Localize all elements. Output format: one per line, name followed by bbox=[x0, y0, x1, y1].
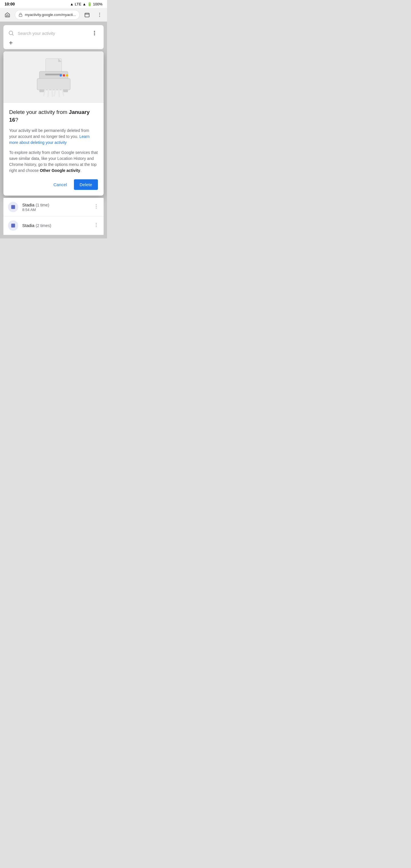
svg-point-16 bbox=[60, 74, 62, 76]
svg-point-31 bbox=[96, 208, 97, 209]
status-bar: 10:00 ▲ LTE ▲ 🔋 100% bbox=[0, 0, 107, 8]
svg-point-4 bbox=[99, 16, 100, 17]
more-options-button[interactable] bbox=[94, 10, 105, 20]
svg-rect-15 bbox=[45, 74, 62, 75]
url-bar[interactable]: myactivity.google.com/myacti... bbox=[15, 10, 80, 20]
activity-info-0: Stadia (1 time) 8:54 AM bbox=[22, 203, 89, 212]
search-input[interactable]: Search your activity bbox=[18, 31, 87, 36]
svg-rect-20 bbox=[39, 89, 44, 92]
modal-body2-text: To explore activity from other Google se… bbox=[9, 150, 98, 174]
more-icon bbox=[97, 12, 102, 18]
wifi-icon: ▲ bbox=[70, 2, 74, 6]
delete-modal: Delete your activity from January 16? Yo… bbox=[3, 52, 104, 195]
activity-item-0: Stadia (1 time) 8:54 AM bbox=[3, 198, 104, 216]
page-background: Search your activity bbox=[0, 22, 107, 239]
activity-icon-0 bbox=[8, 202, 18, 212]
delete-button[interactable]: Delete bbox=[74, 179, 98, 190]
modal-title: Delete your activity from January 16? bbox=[9, 108, 98, 124]
svg-point-3 bbox=[99, 14, 100, 15]
filter-button[interactable] bbox=[90, 29, 99, 38]
activity-info-1: Stadia (2 times) bbox=[22, 223, 89, 228]
search-section: Search your activity bbox=[3, 25, 104, 49]
modal-content: Delete your activity from January 16? Yo… bbox=[3, 103, 104, 195]
modal-title-prefix: Delete your activity from bbox=[9, 109, 69, 115]
activity-item-1: Stadia (2 times) bbox=[3, 216, 104, 235]
modal-actions: Cancel Delete bbox=[9, 179, 98, 191]
svg-point-29 bbox=[96, 205, 97, 205]
svg-rect-1 bbox=[85, 13, 89, 17]
status-time: 10:00 bbox=[5, 2, 15, 6]
url-text: myactivity.google.com/myacti... bbox=[25, 12, 76, 17]
svg-point-33 bbox=[96, 223, 97, 224]
more-vert-icon-1 bbox=[93, 222, 99, 228]
modal-title-suffix: ? bbox=[15, 117, 18, 123]
browser-bar: myactivity.google.com/myacti... bbox=[0, 8, 107, 22]
cancel-button[interactable]: Cancel bbox=[49, 179, 72, 190]
search-row: Search your activity bbox=[8, 29, 99, 38]
signal-icon: ▲ bbox=[83, 2, 86, 6]
shredder-svg bbox=[31, 57, 76, 97]
svg-point-17 bbox=[63, 74, 65, 76]
svg-rect-32 bbox=[11, 224, 15, 227]
svg-line-6 bbox=[12, 34, 13, 35]
lte-label: LTE bbox=[75, 2, 81, 6]
svg-point-9 bbox=[94, 35, 95, 35]
svg-point-18 bbox=[66, 74, 68, 76]
svg-line-23 bbox=[48, 90, 49, 96]
activity-more-button-1[interactable] bbox=[93, 222, 99, 229]
modal-illustration bbox=[3, 52, 104, 103]
svg-point-7 bbox=[94, 31, 95, 32]
more-vert-icon bbox=[92, 30, 97, 36]
stadia-icon-1 bbox=[10, 223, 16, 228]
lock-icon bbox=[19, 13, 23, 17]
activity-more-button-0[interactable] bbox=[93, 204, 99, 211]
svg-rect-0 bbox=[19, 14, 22, 16]
battery-icon: 🔋 bbox=[87, 2, 92, 6]
more-vert-icon-0 bbox=[93, 204, 99, 209]
svg-line-26 bbox=[59, 90, 59, 96]
add-filter-row[interactable] bbox=[8, 40, 99, 46]
svg-line-25 bbox=[54, 90, 55, 96]
search-icon bbox=[8, 30, 14, 36]
tabs-icon bbox=[84, 12, 90, 18]
modal-body2-bold: Other Google activity bbox=[40, 168, 80, 173]
svg-line-24 bbox=[52, 90, 53, 96]
modal-body-prefix: Your activity will be permanently delete… bbox=[9, 128, 89, 139]
svg-rect-28 bbox=[11, 205, 15, 209]
svg-point-2 bbox=[99, 12, 100, 13]
modal-body2-suffix: . bbox=[80, 168, 81, 173]
svg-point-35 bbox=[96, 226, 97, 227]
add-icon bbox=[8, 40, 14, 46]
activity-title-row-1: Stadia (2 times) bbox=[22, 223, 89, 228]
svg-point-8 bbox=[94, 33, 95, 34]
modal-body-text: Your activity will be permanently delete… bbox=[9, 128, 98, 146]
home-button[interactable] bbox=[2, 10, 12, 20]
svg-point-30 bbox=[96, 206, 97, 207]
activity-title-0: Stadia (1 time) bbox=[22, 203, 89, 208]
svg-point-5 bbox=[9, 31, 13, 35]
battery-label: 100% bbox=[93, 2, 102, 6]
svg-point-34 bbox=[96, 224, 97, 225]
activity-icon-1 bbox=[8, 220, 18, 231]
tabs-button[interactable] bbox=[82, 10, 92, 20]
activity-time-0: 8:54 AM bbox=[22, 208, 89, 212]
svg-rect-19 bbox=[37, 79, 70, 90]
status-icons: ▲ LTE ▲ 🔋 100% bbox=[70, 2, 102, 6]
svg-rect-21 bbox=[63, 89, 68, 92]
stadia-icon-0 bbox=[10, 204, 16, 210]
